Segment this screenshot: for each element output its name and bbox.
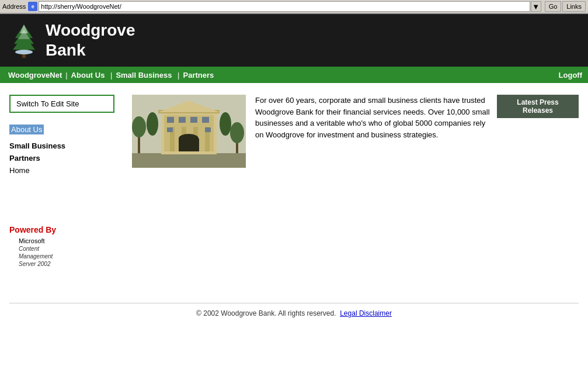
- footer-copyright: © 2002 Woodgrove Bank. All rights reserv…: [9, 303, 579, 323]
- cms-content-label: Content Management Server 2002: [19, 245, 579, 268]
- side-nav-partners[interactable]: Partners: [9, 154, 126, 163]
- microsoft-label: Microsoft: [19, 237, 579, 245]
- cms-logo: Microsoft Content Management Server 2002: [19, 237, 579, 268]
- bank-logo: [9, 22, 39, 60]
- svg-point-29: [147, 112, 158, 136]
- svg-point-10: [132, 116, 146, 137]
- nav-bar: WoodgroveNet | About Us | Small Business…: [0, 67, 588, 83]
- tree-icon: [9, 22, 39, 60]
- svg-rect-8: [132, 153, 246, 168]
- address-label: Address: [2, 3, 26, 10]
- press-releases-button[interactable]: Latest Press Releases: [497, 95, 579, 118]
- legal-disclaimer-link[interactable]: Legal Disclaimer: [340, 309, 392, 317]
- svg-rect-23: [167, 127, 173, 132]
- address-dropdown[interactable]: ▼: [531, 1, 541, 12]
- left-sidebar: Switch To Edit Site About Us Small Busin…: [9, 95, 126, 178]
- building-svg: [132, 95, 246, 168]
- nav-item-small-business[interactable]: Small Business: [113, 71, 174, 80]
- svg-rect-19: [167, 117, 174, 123]
- browser-chrome: Address e ▼ Go Links: [0, 0, 588, 14]
- svg-rect-22: [202, 117, 209, 123]
- content-area: Switch To Edit Site About Us Small Busin…: [0, 83, 588, 178]
- powered-by-label: Powered By: [9, 225, 579, 234]
- bank-description: For over 60 years, corporate and small b…: [255, 95, 491, 178]
- svg-rect-20: [179, 117, 186, 123]
- browser-icon: e: [28, 2, 37, 11]
- svg-rect-21: [190, 117, 197, 123]
- side-nav-about-us[interactable]: About Us: [9, 125, 44, 134]
- svg-point-28: [230, 122, 244, 143]
- nav-item-partners[interactable]: Partners: [181, 71, 217, 80]
- site-title: Woodgrove Bank: [46, 20, 135, 60]
- links-button[interactable]: Links: [562, 1, 586, 12]
- browser-buttons: Go Links: [544, 1, 586, 12]
- center-content: For over 60 years, corporate and small b…: [126, 95, 497, 178]
- svg-point-30: [220, 112, 231, 136]
- side-nav: About Us Small Business Partners Home: [9, 125, 126, 175]
- svg-point-1: [15, 50, 33, 54]
- side-nav-small-business[interactable]: Small Business: [9, 141, 126, 150]
- nav-separator-2: |: [108, 71, 112, 80]
- footer-area: Powered By Microsoft Content Management …: [0, 178, 588, 323]
- switch-edit-button[interactable]: Switch To Edit Site: [9, 95, 114, 113]
- nav-item-about-us[interactable]: About Us: [69, 71, 107, 80]
- right-sidebar: Latest Press Releases: [497, 95, 579, 178]
- nav-item-woodgrovenet[interactable]: WoodgroveNet: [6, 71, 64, 80]
- site-header: Woodgrove Bank: [0, 14, 588, 67]
- bank-building-image: [132, 95, 246, 168]
- address-bar: Address e ▼ Go Links: [0, 0, 588, 13]
- logoff-button[interactable]: Logoff: [559, 71, 582, 80]
- side-nav-home[interactable]: Home: [9, 166, 126, 175]
- svg-point-18: [179, 134, 199, 143]
- copyright-text: © 2002 Woodgrove Bank. All rights reserv…: [196, 309, 336, 317]
- url-input[interactable]: [39, 1, 530, 12]
- nav-separator-3: |: [176, 71, 180, 80]
- nav-separator-1: |: [65, 71, 67, 80]
- go-button[interactable]: Go: [545, 1, 562, 12]
- svg-rect-24: [205, 127, 211, 132]
